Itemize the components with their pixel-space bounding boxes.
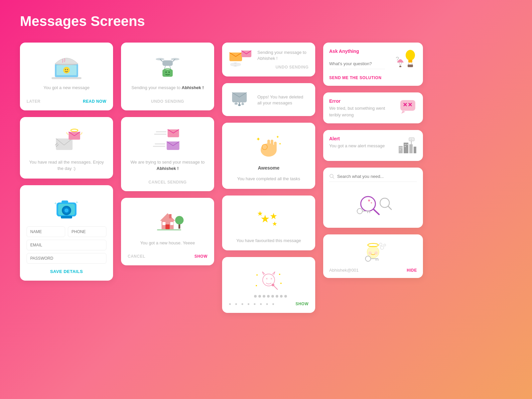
svg-point-30 — [169, 71, 170, 73]
favourited-card: ★ ★ ★ ★ You have favourited this message — [222, 196, 315, 251]
svg-rect-60 — [271, 140, 273, 150]
alert-text: You got a new alert message — [329, 143, 394, 149]
awesome-card: ✦ ✦ ✦ Awesome You have completed all the… — [222, 123, 315, 189]
svg-point-62 — [262, 144, 267, 150]
error-row: Error We tried, but something went terib… — [329, 98, 417, 118]
phone-input[interactable] — [68, 226, 106, 237]
trying-illustration — [151, 125, 184, 155]
svg-rect-80 — [408, 60, 412, 63]
svg-point-120 — [365, 256, 371, 261]
ask-input[interactable] — [329, 59, 385, 69]
svg-text:✦: ✦ — [256, 136, 260, 142]
new-message-actions: LATER READ NOW — [27, 96, 106, 104]
search-input[interactable] — [337, 174, 417, 179]
svg-text:★: ★ — [270, 211, 277, 221]
svg-point-128 — [379, 243, 382, 246]
svg-rect-42 — [169, 214, 172, 218]
dot-4 — [267, 295, 270, 298]
svg-rect-28 — [163, 69, 173, 77]
name-phone-row — [27, 226, 106, 237]
svg-rect-101 — [407, 144, 408, 145]
error-card: Error We tried, but something went terib… — [323, 92, 423, 123]
svg-text:+: + — [75, 200, 78, 205]
house-cancel-button[interactable]: CANCEL — [128, 254, 145, 259]
search-bar — [329, 174, 417, 182]
search-icon — [329, 174, 334, 179]
read-now-button[interactable]: READ NOW — [83, 99, 106, 104]
password-input[interactable] — [27, 253, 106, 264]
svg-point-49 — [230, 63, 235, 66]
cancel-sending-button[interactable]: CANCEL SENDING — [149, 180, 187, 185]
deleted-text: Opps! You have deleted all your messages — [257, 94, 309, 106]
svg-point-76 — [279, 274, 280, 275]
svg-rect-97 — [400, 147, 401, 148]
password-dots-row — [254, 295, 287, 298]
error-illustration — [399, 98, 417, 116]
undo-sending-button[interactable]: UNDO SENDING — [151, 99, 184, 104]
svg-point-22 — [156, 58, 164, 60]
alert-card: Alert You got a new alert message — [323, 130, 423, 161]
email-input[interactable] — [27, 240, 106, 250]
svg-rect-102 — [405, 146, 406, 147]
error-text: We tried, but something went teribly wro… — [329, 105, 395, 118]
svg-rect-61 — [267, 140, 270, 150]
svg-rect-41 — [170, 222, 173, 225]
hide-button[interactable]: HIDE — [407, 268, 417, 273]
svg-point-4 — [67, 69, 68, 70]
svg-line-107 — [333, 177, 334, 179]
favourited-text: You have favourited this message — [236, 237, 301, 244]
password-reveal-card: Abhishek@001 HIDE — [323, 234, 423, 278]
undo-sending-h-button[interactable]: UNDO SENDING — [276, 65, 309, 69]
column-1: You got a new message LATER READ NOW — [20, 43, 113, 281]
svg-text:⚠: ⚠ — [410, 138, 412, 141]
svg-point-112 — [380, 198, 389, 207]
devil-illustration: ✕ ✕ — [252, 265, 285, 295]
trying-send-actions: CANCEL SENDING — [128, 177, 207, 185]
trying-send-text: We are trying to send your message to Ab… — [128, 159, 207, 172]
dot-8 — [284, 295, 287, 298]
svg-rect-40 — [163, 222, 166, 225]
new-message-card: You got a new message LATER READ NOW — [20, 43, 113, 110]
svg-rect-20 — [61, 216, 72, 218]
house-show-button[interactable]: SHOW — [195, 254, 207, 259]
error-title: Error — [329, 98, 395, 104]
svg-rect-6 — [52, 77, 81, 79]
svg-point-124 — [368, 251, 372, 255]
svg-text:✦: ✦ — [279, 142, 281, 146]
column-2: Sending your message to Abhishek ! UNDO … — [121, 43, 214, 265]
svg-rect-86 — [399, 66, 401, 67]
svg-point-114 — [357, 208, 362, 214]
svg-point-111 — [371, 202, 372, 203]
later-button[interactable]: LATER — [27, 99, 41, 104]
svg-point-23 — [171, 58, 179, 60]
svg-line-81 — [408, 63, 409, 65]
show-password-button[interactable]: SHOW — [296, 302, 309, 306]
name-input[interactable] — [27, 226, 65, 237]
awesome-illustration: ✦ ✦ ✦ — [252, 131, 285, 161]
svg-rect-95 — [409, 144, 413, 153]
password-reveal-illustration — [329, 240, 417, 264]
sending-h-text-wrap: Sending your message to Abhishek ! UNDO … — [257, 49, 309, 70]
svg-rect-96 — [414, 147, 416, 153]
svg-marker-37 — [160, 213, 175, 221]
dot-5 — [271, 295, 274, 298]
svg-point-108 — [361, 197, 375, 211]
svg-point-16 — [65, 208, 68, 212]
dot-7 — [280, 295, 283, 298]
svg-point-106 — [330, 174, 333, 178]
svg-point-3 — [65, 69, 66, 70]
svg-point-110 — [368, 200, 370, 201]
search-illustration — [329, 187, 417, 222]
svg-rect-100 — [405, 144, 406, 145]
new-message-text: You got a new message — [44, 84, 89, 91]
svg-rect-59 — [274, 142, 277, 151]
save-details-button[interactable]: SAVE DETAILS — [50, 269, 83, 274]
svg-rect-21 — [163, 61, 173, 66]
svg-text:✕: ✕ — [266, 277, 268, 280]
sending-h-actions: UNDO SENDING — [257, 64, 309, 70]
svg-point-79 — [406, 50, 415, 61]
svg-point-125 — [374, 251, 378, 255]
send-solution-button[interactable]: SEND ME THE SOLUTION — [329, 75, 381, 80]
drone-send-actions: UNDO SENDING — [128, 96, 207, 104]
new-message-illustration — [50, 51, 83, 80]
